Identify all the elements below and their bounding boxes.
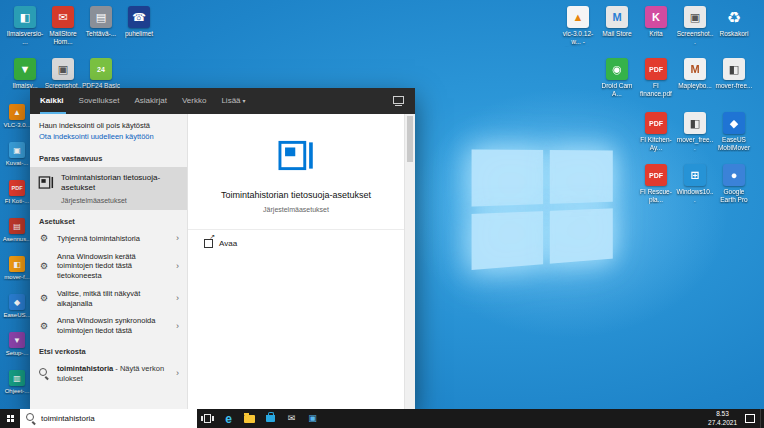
desktop-icon-glyph: ◆ <box>9 294 25 310</box>
desktop-icon-label: Screenshot... <box>676 30 714 46</box>
search-flyout: KaikkiSovelluksetAsiakirjatVerkkoLisää▾ … <box>30 88 415 409</box>
desktop-icon-glyph: PDF <box>645 58 667 80</box>
show-desktop-button[interactable] <box>760 409 764 428</box>
desktop-icon[interactable]: PDF FI Kitchen-Ay... <box>637 112 675 152</box>
photos-icon[interactable]: ▣ <box>302 409 323 428</box>
mail-icon[interactable]: ✉ <box>281 409 302 428</box>
file-explorer-icon[interactable] <box>239 409 260 428</box>
search-icon <box>25 413 37 424</box>
desktop-icon[interactable]: ● Google Earth Pro <box>715 164 753 204</box>
desktop-icon-label: Asennus... <box>2 236 32 243</box>
desktop-icon[interactable]: ◆ EaseUS... <box>2 294 32 319</box>
desktop-icon[interactable]: ⊞ Windows10... <box>676 164 714 204</box>
desktop-icon[interactable]: ▼ Ilmaisv... <box>6 58 44 90</box>
desktop-icon-glyph: ⊞ <box>684 164 706 186</box>
web-result-label: toimintahistoria - Näytä verkon tulokset <box>57 364 169 384</box>
action-center-button[interactable] <box>745 414 755 423</box>
desktop-icon[interactable]: PDF FI finance.pdf <box>637 58 675 98</box>
desktop-icon-glyph: ▤ <box>9 218 25 234</box>
desktop-icon[interactable]: 24 PDF24 Basic <box>82 58 120 90</box>
desktop-icon[interactable]: K Krita <box>637 6 675 38</box>
activity-history-icon-large <box>277 138 315 177</box>
preview-title: Toimintahistorian tietosuoja-asetukset <box>221 190 371 202</box>
best-match-result[interactable]: Toimintahistorian tietosuoja-asetukset J… <box>30 167 187 210</box>
desktop-icon[interactable]: PDF FI Rescue-pla... <box>637 164 675 204</box>
open-icon <box>204 239 213 248</box>
desktop-icon[interactable]: M Mail Store <box>598 6 636 38</box>
desktop-icon[interactable]: ◧ Ilmaisversio-... <box>6 6 44 46</box>
desktop-icon[interactable]: ▼ Setup-... <box>2 332 32 357</box>
desktop-icon[interactable]: ◉ Droid Cam A... <box>598 58 636 98</box>
desktop-icon-label: FI Koti-... <box>2 198 32 205</box>
settings-result-label: Anna Windowsin kerätä toimintojen tiedot… <box>57 252 169 281</box>
desktop-icon[interactable]: ▣ Kuvat-... <box>2 142 32 167</box>
scrollbar[interactable] <box>404 114 415 409</box>
desktop-icon-glyph: K <box>645 6 667 28</box>
task-view-button[interactable] <box>197 409 218 428</box>
desktop-icon[interactable]: ◆ EaseUS MobiMover <box>715 112 753 152</box>
activity-history-icon <box>38 175 54 194</box>
clock[interactable]: 8.53 27.4.2021 <box>703 410 742 426</box>
desktop-icon-label: Ilmaisversio-... <box>6 30 44 46</box>
desktop-icon-label: Tehtävä-... <box>82 30 120 38</box>
desktop-icon-glyph: 24 <box>90 58 112 80</box>
open-action-label: Avaa <box>219 239 237 248</box>
desktop-icon-label: puhelimet <box>120 30 158 38</box>
desktop-icon-glyph: ▥ <box>9 370 25 386</box>
desktop-icon[interactable]: ▤ Tehtävä-... <box>82 6 120 38</box>
settings-result[interactable]: ⚙ Valitse, mitkä tilit näkyvät aikajanal… <box>30 285 187 313</box>
settings-result[interactable]: ⚙ Tyhjennä toimintahistoria › <box>30 230 187 248</box>
open-action[interactable]: Avaa <box>188 230 253 257</box>
desktop-icon-glyph: ◧ <box>684 112 706 134</box>
desktop-icon-glyph: ◉ <box>606 58 628 80</box>
desktop-icon-glyph: ◧ <box>723 58 745 80</box>
desktop-icon-glyph: ◆ <box>723 112 745 134</box>
search-tab[interactable]: Asiakirjat <box>135 88 169 114</box>
search-tab[interactable]: Verkko <box>182 88 208 114</box>
desktop-icon-label: FI Rescue-pla... <box>637 188 675 204</box>
desktop-icon-glyph: ▤ <box>90 6 112 28</box>
desktop-icon[interactable]: ▤ Asennus... <box>2 218 32 243</box>
preview-pane: Toimintahistorian tietosuoja-asetukset J… <box>188 114 404 409</box>
desktop-icon[interactable]: ◧ mover_free... <box>676 112 714 152</box>
web-search-result[interactable]: toimintahistoria - Näytä verkon tulokset… <box>30 360 187 388</box>
desktop-icon[interactable]: ◧ mover-free... <box>715 58 753 90</box>
notice-link[interactable]: Ota indeksointi uudelleen käyttöön <box>39 132 178 141</box>
desktop-icon-glyph: M <box>684 58 706 80</box>
desktop-icon-label: Setup-... <box>2 350 32 357</box>
edge-icon[interactable]: e <box>218 409 239 428</box>
device-icon[interactable] <box>392 96 405 107</box>
search-tab[interactable]: Lisää▾ <box>221 88 245 114</box>
clock-date: 27.4.2021 <box>708 419 737 427</box>
desktop-icon-glyph: ◧ <box>9 256 25 272</box>
notice-text: Haun indeksointi oli pois käytöstä <box>39 121 178 130</box>
desktop-icon[interactable]: ♻ Roskakori <box>715 6 753 38</box>
settings-result[interactable]: ⚙ Anna Windowsin synkronoida toimintojen… <box>30 312 187 340</box>
desktop-icon-label: mover-f... <box>2 274 32 281</box>
taskbar-search[interactable] <box>20 409 197 428</box>
scrollbar-thumb[interactable] <box>407 116 413 162</box>
best-match-title: Toimintahistorian tietosuoja-asetukset <box>61 173 179 194</box>
start-button[interactable] <box>0 409 20 428</box>
desktop-icon-glyph: ▣ <box>52 58 74 80</box>
desktop-icon-glyph: ♻ <box>723 6 745 28</box>
search-tab[interactable]: Sovellukset <box>79 88 122 114</box>
search-tab-label: Verkko <box>182 96 206 105</box>
search-input[interactable] <box>41 414 171 423</box>
search-tab[interactable]: Kaikki <box>40 88 66 114</box>
desktop-icon[interactable]: ▲ vlc-3.0.12-w... - pikakuvake <box>559 6 597 47</box>
desktop-icon[interactable]: M Mapleybo... <box>676 58 714 90</box>
chevron-down-icon: ▾ <box>243 97 246 104</box>
gear-icon: ⚙ <box>38 294 50 303</box>
desktop-icon[interactable]: ▲ VLC-3.0... <box>2 104 32 129</box>
desktop-icon[interactable]: PDF FI Koti-... <box>2 180 32 205</box>
desktop-icon[interactable]: ▥ Ohjeet-... <box>2 370 32 395</box>
desktop-icon[interactable]: ▣ Screenshot... <box>676 6 714 46</box>
settings-result[interactable]: ⚙ Anna Windowsin kerätä toimintojen tied… <box>30 248 187 285</box>
desktop-icon-label: MailStore Hom... <box>44 30 82 46</box>
desktop-icon[interactable]: ✉ MailStore Hom... <box>44 6 82 46</box>
desktop-icon[interactable]: ◧ mover-f... <box>2 256 32 281</box>
desktop-icon[interactable]: ☎ puhelimet <box>120 6 158 38</box>
store-icon[interactable] <box>260 409 281 428</box>
search-tab-label: Kaikki <box>40 96 64 105</box>
